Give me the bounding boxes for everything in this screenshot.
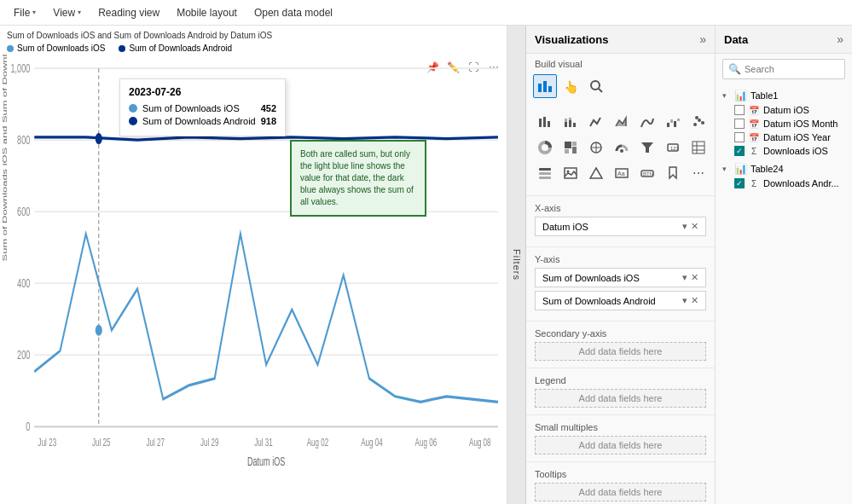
area-chart-icon[interactable]	[610, 110, 634, 134]
field-datum-ios[interactable]: 📅 Datum iOS	[716, 103, 852, 117]
svg-text:200: 200	[17, 348, 30, 362]
viz-panel-header: Visualizations »	[526, 26, 715, 54]
table-icon[interactable]	[687, 136, 710, 159]
y-axis-field-android[interactable]: Sum of Downloads Android ▾ ✕	[535, 291, 706, 310]
secondary-y-axis-section: Secondary y-axis Add data fields here	[526, 321, 715, 368]
hand-pointer-icon[interactable]: 👆	[559, 74, 582, 98]
svg-text:Aug 06: Aug 06	[415, 436, 438, 448]
bar-chart-icon[interactable]	[533, 74, 557, 98]
table24-header[interactable]: ▾ 📊 Table24	[716, 161, 852, 177]
data-search[interactable]: 🔍	[722, 59, 845, 79]
slicer-icon[interactable]	[533, 161, 557, 185]
legend-add-field[interactable]: Add data fields here	[535, 389, 706, 408]
more-visuals-icon[interactable]: ⋯	[687, 161, 710, 185]
svg-point-15	[96, 133, 102, 144]
chart-tooltip: 2023-07-26 Sum of Downloads iOS 452 Sum …	[119, 78, 286, 136]
sigma-icon: Σ	[748, 147, 760, 156]
menu-reading-view[interactable]: Reading view	[91, 5, 166, 20]
checkbox-downloads-ios[interactable]: ✓	[734, 146, 745, 156]
textbox-icon[interactable]: Aa	[610, 161, 634, 185]
legend-section: Legend Add data fields here	[526, 368, 715, 414]
svg-rect-71	[539, 177, 551, 179]
svg-point-31	[591, 81, 600, 90]
svg-rect-35	[548, 121, 550, 127]
menu-mobile-layout[interactable]: Mobile layout	[170, 5, 244, 20]
svg-text:Jul 31: Jul 31	[254, 436, 272, 448]
funnel-icon[interactable]	[635, 136, 659, 159]
checkbox-datum-ios-month[interactable]	[734, 119, 745, 129]
calendar-icon: 📅	[748, 106, 760, 115]
viz-panel-expand[interactable]: »	[699, 32, 706, 46]
legend-dot-ios	[7, 45, 14, 52]
waterfall-icon[interactable]	[661, 110, 685, 134]
menu-open-data-model[interactable]: Open data model	[247, 5, 339, 20]
field-datum-ios-month[interactable]: 📅 Datum iOS Month	[716, 117, 852, 130]
tooltips-label: Tooltips	[535, 469, 706, 479]
svg-rect-54	[572, 147, 577, 154]
svg-rect-53	[565, 149, 569, 154]
card-icon[interactable]: 123	[661, 136, 685, 159]
legend-item-ios: Sum of Downloads iOS	[7, 43, 105, 53]
ribbon-icon[interactable]	[635, 110, 659, 134]
checkbox-datum-ios[interactable]	[734, 105, 745, 115]
search-input[interactable]	[745, 64, 852, 74]
x-close-icon[interactable]: ✕	[691, 221, 698, 232]
viz-icon-grid: 123 Aa BTN ⋯	[526, 107, 715, 188]
stacked-bar-icon[interactable]	[559, 110, 582, 134]
calendar-icon: 📅	[748, 119, 760, 129]
chevron-down-icon: ▾	[682, 272, 687, 283]
donut-icon[interactable]	[533, 136, 557, 159]
button-icon[interactable]: BTN	[635, 161, 659, 185]
data-panel-title: Data	[724, 33, 748, 46]
small-multiples-label: Small multiples	[535, 422, 706, 432]
field-downloads-ios[interactable]: ✓ Σ Downloads iOS	[716, 144, 852, 158]
table1-header[interactable]: ▾ 📊 Table1	[716, 88, 852, 103]
field-datum-ios-year[interactable]: 📅 Datum iOS Year	[716, 130, 852, 144]
map-icon[interactable]	[584, 136, 608, 159]
chart-annotation: Both are called sum, but only the light …	[290, 140, 426, 217]
svg-rect-52	[572, 142, 577, 146]
checkbox-downloads-android[interactable]: ✓	[734, 178, 745, 188]
chart-legend: Sum of Downloads iOS Sum of Downloads An…	[0, 42, 507, 55]
search-icon: 🔍	[728, 63, 741, 75]
gauge-icon[interactable]	[610, 136, 634, 159]
svg-point-14	[96, 325, 102, 336]
svg-rect-69	[539, 168, 551, 171]
svg-rect-42	[670, 119, 673, 123]
chevron-icon: ▾	[32, 9, 36, 16]
filters-sidebar[interactable]: Filters	[507, 26, 526, 504]
menu-file[interactable]: File ▾	[7, 5, 43, 20]
field-downloads-android[interactable]: ✓ Σ Downloads Andr...	[716, 177, 852, 190]
scatter-icon[interactable]	[687, 110, 710, 134]
table-icon: 📊	[734, 163, 747, 175]
x-close-icon[interactable]: ✕	[691, 272, 698, 283]
secondary-y-add-field[interactable]: Add data fields here	[535, 342, 706, 361]
y-axis-field-ios[interactable]: Sum of Downloads iOS ▾ ✕	[535, 268, 706, 287]
magnify-icon[interactable]	[584, 74, 608, 98]
svg-rect-44	[677, 119, 680, 121]
tooltips-add-field[interactable]: Add data fields here	[535, 483, 706, 501]
svg-rect-28	[543, 81, 547, 92]
shape-icon[interactable]	[584, 161, 608, 185]
svg-rect-27	[538, 84, 542, 92]
tooltip-dot-android	[129, 117, 137, 125]
svg-text:Aug 04: Aug 04	[361, 436, 383, 448]
svg-text:BTN: BTN	[643, 171, 653, 177]
x-close-icon[interactable]: ✕	[691, 295, 698, 306]
data-panel-expand[interactable]: »	[837, 32, 843, 46]
x-axis-field[interactable]: Datum iOS ▾ ✕	[535, 217, 706, 236]
image-icon[interactable]	[559, 161, 582, 185]
checkbox-datum-ios-year[interactable]	[734, 132, 745, 142]
svg-text:Jul 29: Jul 29	[200, 436, 218, 448]
menu-view[interactable]: View ▾	[46, 5, 88, 20]
visualizations-panel: Visualizations » Build visual 👆	[526, 26, 716, 504]
viz-top-row: 👆	[526, 72, 715, 100]
small-multiples-add-field[interactable]: Add data fields here	[535, 436, 706, 455]
line-chart-icon[interactable]	[584, 110, 608, 134]
calendar-icon: 📅	[748, 133, 760, 142]
bookmark-icon[interactable]	[661, 161, 685, 185]
svg-rect-40	[573, 123, 576, 127]
svg-rect-41	[667, 123, 669, 127]
bar-icon[interactable]	[533, 110, 557, 134]
treemap-icon[interactable]	[559, 136, 582, 159]
